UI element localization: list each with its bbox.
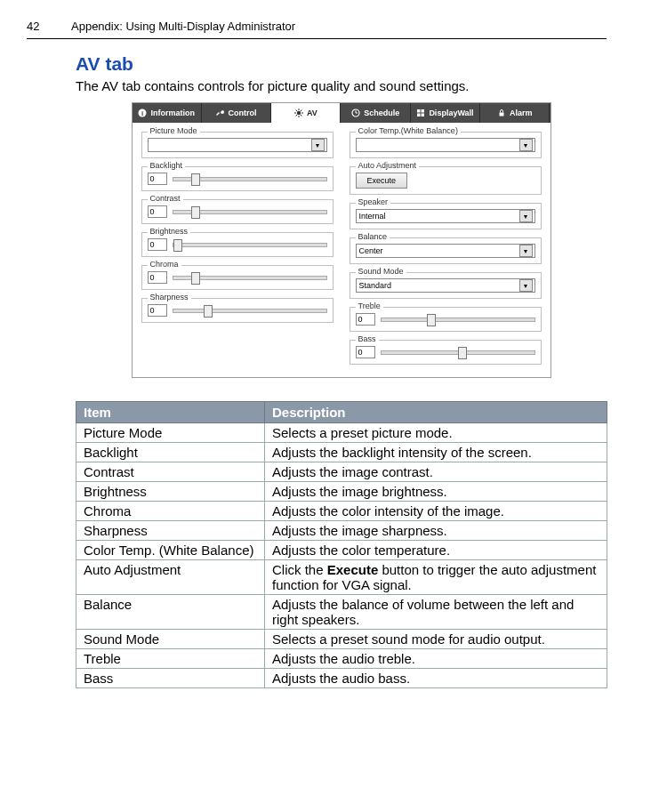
desc-cell: Adjusts the balance of volume between th… bbox=[265, 595, 607, 630]
brightness-group: Brightness 0 bbox=[141, 232, 334, 257]
slider-thumb[interactable] bbox=[204, 305, 213, 318]
item-cell: Chroma bbox=[76, 502, 265, 521]
panel-body: Picture Mode ▼ Backlight 0 bbox=[133, 123, 551, 377]
page-header: 42 Appendix: Using Multi-Display Adminis… bbox=[27, 20, 607, 39]
contrast-value[interactable]: 0 bbox=[148, 205, 167, 218]
sound-mode-select[interactable]: Standard ▼ bbox=[356, 278, 535, 293]
select-value: Standard bbox=[359, 281, 392, 290]
select-value: Internal bbox=[359, 212, 386, 221]
page: 42 Appendix: Using Multi-Display Adminis… bbox=[0, 0, 651, 724]
sun-icon bbox=[294, 109, 303, 117]
tab-label: Alarm bbox=[510, 109, 533, 117]
header-title: Appendix: Using Multi-Display Administra… bbox=[71, 20, 295, 33]
section-intro: The AV tab contains controls for picture… bbox=[76, 78, 607, 93]
item-cell: Backlight bbox=[76, 443, 265, 462]
svg-rect-15 bbox=[422, 109, 425, 113]
execute-button[interactable]: Execute bbox=[356, 173, 408, 189]
svg-line-10 bbox=[301, 110, 302, 112]
chevron-down-icon: ▼ bbox=[519, 139, 533, 151]
select-value: Center bbox=[359, 246, 383, 255]
tab-information[interactable]: i Information bbox=[133, 103, 202, 123]
svg-line-8 bbox=[301, 115, 302, 117]
desc-cell: Adjusts the color temperature. bbox=[265, 541, 607, 560]
color-temp-group: Color Temp.(White Balance) ▼ bbox=[350, 132, 542, 158]
desc-cell: Adjusts the image sharpness. bbox=[265, 521, 607, 541]
table-row: Auto AdjustmentClick the Execute button … bbox=[76, 560, 607, 595]
table-row: BalanceAdjusts the balance of volume bet… bbox=[76, 595, 607, 630]
desc-cell: Adjusts the color intensity of the image… bbox=[265, 502, 607, 521]
svg-point-2 bbox=[297, 111, 301, 115]
slider-thumb[interactable] bbox=[427, 314, 436, 326]
table-row: ContrastAdjusts the image contrast. bbox=[76, 462, 607, 482]
tab-alarm[interactable]: Alarm bbox=[480, 103, 550, 123]
info-icon: i bbox=[138, 109, 147, 117]
svg-rect-17 bbox=[422, 114, 425, 117]
group-label: Picture Mode bbox=[148, 126, 200, 135]
group-label: Color Temp.(White Balance) bbox=[356, 126, 461, 135]
bass-group: Bass 0 bbox=[350, 340, 542, 365]
picture-mode-select[interactable]: ▼ bbox=[148, 138, 327, 152]
tab-label: AV bbox=[307, 109, 317, 117]
desc-cell: Selects a preset sound mode for audio ou… bbox=[265, 630, 607, 649]
backlight-value[interactable]: 0 bbox=[148, 173, 167, 185]
slider-thumb[interactable] bbox=[191, 173, 200, 186]
app-window: i Information Control AV bbox=[132, 102, 551, 378]
treble-group: Treble 0 bbox=[350, 307, 542, 332]
group-label: Brightness bbox=[148, 227, 191, 236]
svg-text:i: i bbox=[141, 109, 143, 117]
slider-thumb[interactable] bbox=[458, 347, 467, 359]
desc-cell: Click the Execute button to trigger the … bbox=[265, 560, 607, 595]
screenshot-figure: i Information Control AV bbox=[76, 102, 607, 378]
desc-cell: Adjusts the image contrast. bbox=[265, 462, 607, 482]
sharpness-group: Sharpness 0 bbox=[141, 298, 334, 323]
tab-control[interactable]: Control bbox=[202, 103, 271, 123]
sharpness-value[interactable]: 0 bbox=[148, 304, 167, 317]
brightness-value[interactable]: 0 bbox=[148, 238, 167, 251]
slider-thumb[interactable] bbox=[191, 206, 200, 219]
picture-mode-group: Picture Mode ▼ bbox=[141, 132, 334, 158]
backlight-slider[interactable] bbox=[173, 177, 327, 181]
tab-bar: i Information Control AV bbox=[133, 103, 551, 123]
sharpness-slider[interactable] bbox=[173, 309, 327, 313]
item-cell: Auto Adjustment bbox=[76, 560, 265, 595]
svg-line-7 bbox=[295, 110, 297, 112]
bold-text: Execute bbox=[327, 562, 379, 577]
group-label: Bass bbox=[356, 334, 379, 343]
treble-slider[interactable] bbox=[381, 318, 535, 322]
item-cell: Balance bbox=[76, 595, 265, 630]
speaker-select[interactable]: Internal ▼ bbox=[356, 209, 535, 223]
table-row: BacklightAdjusts the backlight intensity… bbox=[76, 443, 607, 462]
table-row: TrebleAdjusts the audio treble. bbox=[76, 649, 607, 669]
tab-label: DisplayWall bbox=[429, 109, 473, 117]
desc-cell: Adjusts the image brightness. bbox=[265, 482, 607, 502]
bass-value[interactable]: 0 bbox=[356, 346, 375, 358]
chroma-value[interactable]: 0 bbox=[148, 271, 167, 284]
slider-thumb[interactable] bbox=[191, 272, 200, 285]
table-row: BassAdjusts the audio bass. bbox=[76, 669, 607, 688]
color-temp-select[interactable]: ▼ bbox=[356, 138, 535, 152]
chevron-down-icon: ▼ bbox=[519, 210, 533, 222]
tab-label: Schedule bbox=[364, 109, 399, 117]
bass-slider[interactable] bbox=[381, 350, 535, 355]
section-title: AV tab bbox=[76, 53, 607, 75]
chroma-slider[interactable] bbox=[173, 276, 327, 280]
contrast-slider[interactable] bbox=[173, 210, 327, 214]
svg-rect-18 bbox=[500, 113, 504, 117]
slider-thumb[interactable] bbox=[173, 239, 182, 252]
brightness-slider[interactable] bbox=[173, 243, 327, 247]
balance-select[interactable]: Center ▼ bbox=[356, 244, 535, 258]
item-cell: Color Temp. (White Balance) bbox=[76, 541, 265, 560]
tab-schedule[interactable]: Schedule bbox=[341, 103, 410, 123]
tab-av[interactable]: AV bbox=[271, 103, 341, 123]
backlight-group: Backlight 0 bbox=[141, 166, 334, 191]
tab-displaywall[interactable]: DisplayWall bbox=[411, 103, 480, 123]
chevron-down-icon: ▼ bbox=[519, 279, 533, 292]
grid-icon bbox=[416, 109, 425, 117]
col-item-header: Item bbox=[76, 402, 265, 423]
chevron-down-icon: ▼ bbox=[519, 245, 533, 257]
desc-cell: Selects a preset picture mode. bbox=[265, 423, 607, 443]
desc-cell: Adjusts the backlight intensity of the s… bbox=[265, 443, 607, 462]
treble-value[interactable]: 0 bbox=[356, 313, 375, 326]
item-cell: Treble bbox=[76, 649, 265, 669]
right-column: Color Temp.(White Balance) ▼ Auto Adjust… bbox=[350, 132, 542, 365]
